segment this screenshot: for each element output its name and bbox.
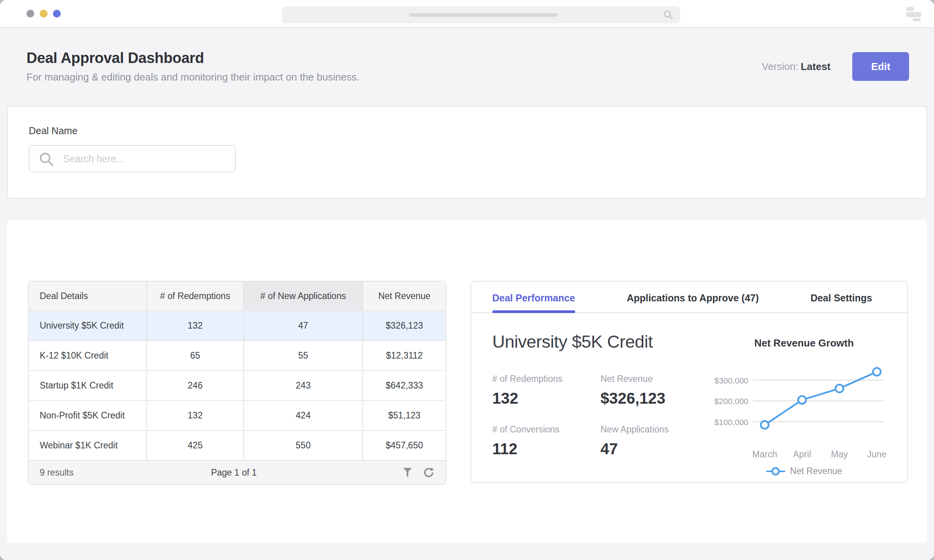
deal-name-cell: K-12 $10K Credit xyxy=(29,341,147,370)
deal-stats-grid: # of Redemptions 132 Net Revenue $326,12… xyxy=(492,374,669,458)
value-cell: $51,123 xyxy=(363,401,446,430)
deal-name-label: Deal Name xyxy=(29,125,905,136)
column-header: Net Revenue xyxy=(363,282,446,310)
tab-applications-to-approve[interactable]: Applications to Approve (47) xyxy=(627,292,758,312)
deal-detail-panel: Deal Performance Applications to Approve… xyxy=(471,281,908,483)
table-footer: 9 results Page 1 of 1 xyxy=(29,460,446,484)
header-actions: Version:Latest Edit xyxy=(762,52,909,81)
line-chart: $100,000$200,000$300,000MarchAprilMayJun… xyxy=(713,359,895,463)
deal-performance-content: University $5K Credit # of Redemptions 1… xyxy=(471,313,907,476)
search-icon xyxy=(39,152,54,167)
stat-value: $326,123 xyxy=(600,390,669,407)
value-cell: 243 xyxy=(244,371,363,400)
value-cell: 132 xyxy=(147,311,244,340)
results-count: 9 results xyxy=(40,467,74,478)
stat-new-applications: New Applications 47 xyxy=(600,424,669,458)
stat-value: 132 xyxy=(492,390,600,407)
page-header-text: Deal Approval Dashboard For managing & e… xyxy=(26,50,360,83)
value-cell: 424 xyxy=(244,401,363,430)
deal-name-cell: Startup $1K Credit xyxy=(29,371,147,400)
edit-button[interactable]: Edit xyxy=(852,52,909,81)
stat-conversions: # of Conversions 112 xyxy=(492,424,600,458)
chart-legend: Net Revenue xyxy=(713,466,895,476)
svg-text:April: April xyxy=(793,449,811,459)
stat-value: 112 xyxy=(492,440,600,458)
deal-heading: University $5K Credit xyxy=(492,332,669,352)
value-cell: 65 xyxy=(147,341,244,370)
value-cell: $642,333 xyxy=(363,371,446,400)
chart-title: Net Revenue Growth xyxy=(713,337,895,349)
table-row[interactable]: Webinar $1K Credit425550$457,650 xyxy=(29,430,446,460)
value-cell: 550 xyxy=(244,431,363,460)
stat-value: 47 xyxy=(600,440,669,458)
tab-deal-settings[interactable]: Deal Settings xyxy=(811,292,872,312)
net-revenue-chart: Net Revenue Growth $100,000$200,000$300,… xyxy=(713,332,895,476)
filter-icon xyxy=(403,467,412,478)
browser-window: Deal Approval Dashboard For managing & e… xyxy=(0,0,934,560)
value-cell: 55 xyxy=(244,341,363,370)
deal-name-cell: Non-Profit $5K Credit xyxy=(29,401,147,430)
svg-text:$100,000: $100,000 xyxy=(714,418,748,427)
table-row[interactable]: Non-Profit $5K Credit132424$51,123 xyxy=(29,400,446,430)
table-row[interactable]: K-12 $10K Credit6555$12,3112 xyxy=(29,340,446,370)
browser-menu-icon[interactable] xyxy=(906,6,922,22)
svg-text:$300,000: $300,000 xyxy=(714,376,748,385)
column-header: Deal Details xyxy=(29,282,147,310)
window-control-dot-yellow[interactable] xyxy=(40,10,47,18)
refresh-icon xyxy=(422,467,434,478)
stat-label: New Applications xyxy=(600,424,669,435)
stat-redemptions: # of Redemptions 132 xyxy=(492,374,600,407)
deal-search xyxy=(29,145,236,172)
stat-label: # of Conversions xyxy=(492,424,600,435)
window-control-dot-blue[interactable] xyxy=(53,10,61,18)
value-cell: $326,123 xyxy=(363,311,446,340)
value-cell: 132 xyxy=(147,401,244,430)
url-placeholder-line xyxy=(409,13,557,17)
page-title: Deal Approval Dashboard xyxy=(26,50,360,66)
svg-text:June: June xyxy=(867,449,887,459)
svg-text:March: March xyxy=(752,449,777,459)
table-header-row: Deal Details# of Redemptions# of New App… xyxy=(29,282,446,310)
browser-url-bar[interactable] xyxy=(282,6,680,23)
legend-label: Net Revenue xyxy=(790,466,842,476)
tab-deal-performance[interactable]: Deal Performance xyxy=(492,292,575,312)
page-subtitle: For managing & editing deals and monitor… xyxy=(26,71,360,83)
value-cell: 47 xyxy=(244,311,363,340)
column-header: # of Redemptions xyxy=(147,282,244,310)
legend-marker-icon xyxy=(766,467,785,476)
window-controls xyxy=(26,10,61,18)
filter-button[interactable] xyxy=(401,466,414,479)
version-value: Latest xyxy=(801,61,830,72)
main-content-card: Deal Details# of Redemptions# of New App… xyxy=(7,220,927,543)
browser-chrome xyxy=(0,0,934,28)
stat-net-revenue: Net Revenue $326,123 xyxy=(600,374,669,407)
deal-name-cell: University $5K Credit xyxy=(29,311,147,340)
deals-table: Deal Details# of Redemptions# of New App… xyxy=(28,281,446,485)
refresh-button[interactable] xyxy=(421,466,435,480)
deal-name-cell: Webinar $1K Credit xyxy=(29,431,147,460)
value-cell: 246 xyxy=(147,371,244,400)
search-input[interactable] xyxy=(29,145,236,172)
version-indicator: Version:Latest xyxy=(762,61,830,73)
line-chart-svg: $100,000$200,000$300,000MarchAprilMayJun… xyxy=(713,359,886,461)
detail-tabs: Deal Performance Applications to Approve… xyxy=(471,282,907,313)
value-cell: $457,650 xyxy=(363,431,446,460)
column-header: # of New Applications xyxy=(244,282,363,310)
search-icon xyxy=(663,10,673,20)
deal-filter-card: Deal Name xyxy=(7,106,927,199)
deal-stats-column: University $5K Credit # of Redemptions 1… xyxy=(492,332,669,476)
svg-text:May: May xyxy=(831,449,848,459)
value-cell: 425 xyxy=(147,431,244,460)
page-indicator: Page 1 of 1 xyxy=(74,467,394,478)
window-control-dot-gray[interactable] xyxy=(26,10,34,18)
table-row[interactable]: University $5K Credit13247$326,123 xyxy=(29,310,446,340)
stat-label: Net Revenue xyxy=(600,374,669,384)
table-body: University $5K Credit13247$326,123K-12 $… xyxy=(29,310,446,460)
table-row[interactable]: Startup $1K Credit246243$642,333 xyxy=(29,370,446,400)
version-label: Version: xyxy=(762,61,798,72)
page-header: Deal Approval Dashboard For managing & e… xyxy=(0,28,934,83)
svg-text:$200,000: $200,000 xyxy=(714,397,748,406)
value-cell: $12,3112 xyxy=(363,341,446,370)
stat-label: # of Redemptions xyxy=(492,374,600,384)
